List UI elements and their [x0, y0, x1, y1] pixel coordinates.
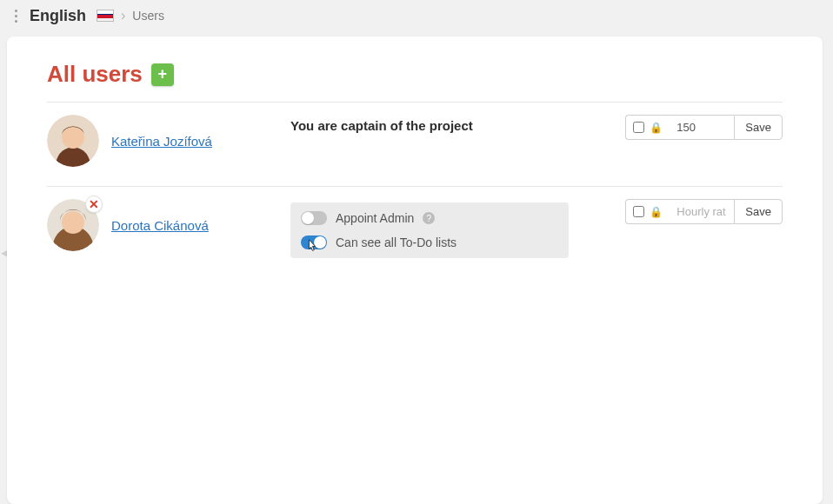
svg-point-5 — [62, 211, 84, 234]
user-row: Kateřina Jozífová You are captain of the… — [47, 102, 783, 186]
breadcrumb-current: Users — [132, 9, 164, 23]
rate-lock-checkbox[interactable] — [633, 122, 644, 133]
rate-lock-checkbox[interactable] — [633, 206, 644, 217]
hourly-rate-group: 🔒 Save — [625, 199, 783, 224]
page-title: All users — [47, 61, 143, 88]
add-user-button[interactable]: + — [151, 63, 174, 86]
save-button[interactable]: Save — [734, 115, 783, 140]
see-all-todos-toggle[interactable] — [301, 235, 327, 249]
content-card: All users + Kateřina Jozífová — [7, 36, 823, 504]
user-row: ✕ Dorota Cikánová Appoint Admin ? Can se… — [47, 186, 783, 277]
help-icon[interactable]: ? — [423, 212, 435, 224]
appoint-admin-toggle[interactable] — [301, 211, 327, 225]
appoint-admin-label: Appoint Admin — [336, 211, 414, 225]
lock-icon: 🔒 — [650, 122, 663, 134]
hourly-rate-input[interactable] — [670, 115, 734, 140]
brand-title: English — [30, 7, 86, 25]
permissions-panel: Appoint Admin ? Can see all To-Do lists — [290, 202, 569, 258]
hourly-rate-input[interactable] — [670, 199, 734, 224]
lock-icon: 🔒 — [650, 206, 663, 218]
breadcrumb-separator-icon: › — [121, 8, 125, 23]
see-all-todos-label: Can see all To-Do lists — [336, 235, 456, 249]
remove-user-button[interactable]: ✕ — [85, 196, 103, 213]
avatar — [47, 115, 99, 167]
close-icon: ✕ — [89, 197, 99, 211]
flag-icon — [97, 10, 114, 22]
save-button[interactable]: Save — [734, 199, 783, 224]
plus-icon: + — [158, 65, 168, 83]
user-name-link[interactable]: Dorota Cikánová — [111, 218, 209, 233]
kebab-menu-icon[interactable] — [9, 10, 23, 23]
top-bar: English › Users — [0, 0, 833, 31]
user-name-link[interactable]: Kateřina Jozífová — [111, 134, 212, 149]
hourly-rate-group: 🔒 Save — [625, 115, 783, 140]
captain-label: You are captain of the project — [290, 118, 609, 133]
